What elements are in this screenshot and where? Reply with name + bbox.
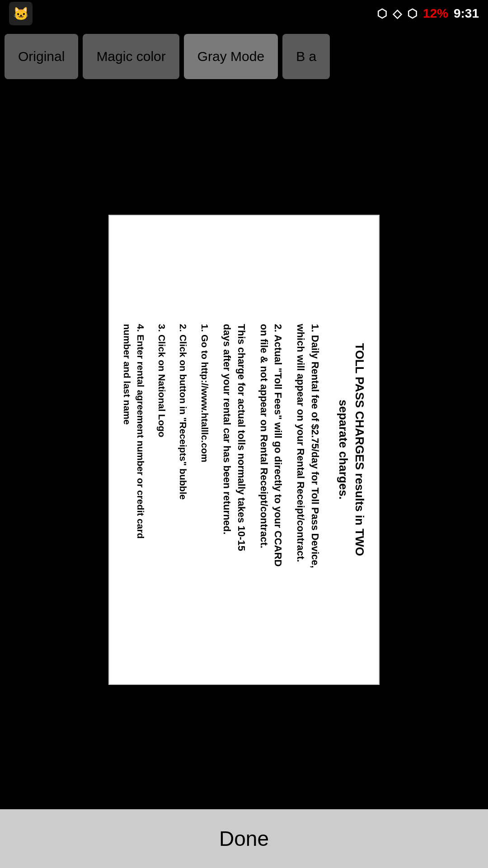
document-card: TOLL PASS CHARGES results in TWO separat… <box>108 215 380 685</box>
document-step-3: 3. Click on National Logo <box>155 324 168 576</box>
bluetooth-icon: ⬡ <box>377 7 387 21</box>
tab-original[interactable]: Original <box>5 34 78 79</box>
document-step-4: 4. Enter rental agreement number or cred… <box>120 324 147 576</box>
battery-percent: 12% <box>423 6 448 21</box>
document-title: TOLL PASS CHARGES results in TWO separat… <box>335 324 368 576</box>
tab-gray-mode[interactable]: Gray Mode <box>184 34 278 79</box>
app-icon: 🐱 <box>9 2 33 25</box>
signal-icon: ◇ <box>393 7 402 21</box>
status-right: ⬡ ◇ ⬡ 12% 9:31 <box>377 6 479 21</box>
tab-bw[interactable]: B a <box>282 34 330 79</box>
document-section-2: 2. Actual "Toll Fees" will go directly t… <box>256 324 285 576</box>
document-text-block: TOLL PASS CHARGES results in TWO separat… <box>108 315 380 585</box>
document-step-1: 1. Go to http://www.htalllc.com <box>198 324 211 576</box>
content-area: TOLL PASS CHARGES results in TWO separat… <box>0 86 488 805</box>
tab-magic-color[interactable]: Magic color <box>83 34 179 79</box>
cat-icon: 🐱 <box>13 6 29 21</box>
done-button[interactable]: Done <box>219 826 269 851</box>
document-inner: TOLL PASS CHARGES results in TWO separat… <box>109 216 379 684</box>
clock: 9:31 <box>454 6 479 21</box>
document-note: This charge for actual tolls normally ta… <box>219 324 248 576</box>
document-step-2: 2. Click on button in "Receipts" bubble <box>177 324 190 576</box>
status-bar: 🐱 ⬡ ◇ ⬡ 12% 9:31 <box>0 0 488 27</box>
status-left: 🐱 <box>9 2 33 25</box>
document-section-1: 1. Daily Rental fee of $2.75/day for Tol… <box>293 324 322 576</box>
tab-bar: Original Magic color Gray Mode B a <box>0 27 488 86</box>
done-bar: Done <box>0 809 488 868</box>
shield-icon: ⬡ <box>407 7 418 21</box>
